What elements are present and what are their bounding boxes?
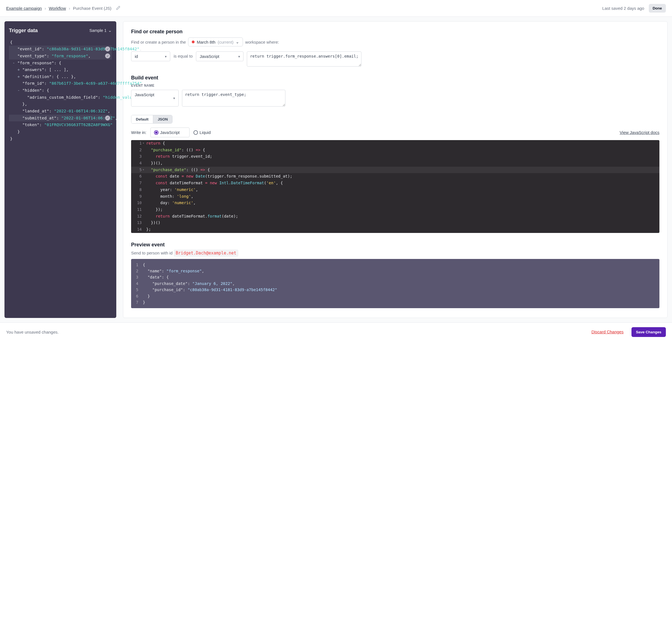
preview-line: "purchase_date": "January 6, 2022", (141, 281, 238, 287)
value-type-select-value: JavaScript (200, 54, 219, 59)
tab-default[interactable]: Default (131, 115, 153, 123)
brace: { (10, 40, 13, 44)
workspace-name: March 8th (197, 40, 216, 44)
fold-icon[interactable]: ▾ (142, 168, 144, 172)
json-line-event-id[interactable]: "event_id": "c80ab38a-9d31-4181-83d9-a7b… (9, 45, 112, 53)
json-line-event-type[interactable]: "event_type": "form_response",✓ (9, 53, 112, 60)
preview-line: "data": { (141, 274, 172, 280)
json-line: }, (9, 101, 112, 108)
json-key: "hidden" (22, 88, 42, 93)
unsaved-changes-text: You have unsaved changes. (6, 330, 59, 334)
radio-label: JavaScript (160, 130, 180, 135)
json-value: [ ... ] (49, 68, 66, 72)
json-key: "adrians_custom_hidden_field" (27, 95, 98, 100)
chevron-right-icon: › (45, 6, 46, 11)
json-key: "landed_at" (22, 109, 49, 113)
json-key: "token" (22, 122, 39, 127)
json-key: "answers" (22, 68, 44, 72)
json-line-submitted-at[interactable]: "submitted_at": "2022-01-06T14:06:32Z",✓ (9, 115, 112, 122)
event-name-label: EVENT NAME (131, 84, 659, 88)
event-name-type-value: JavaScript (135, 92, 154, 97)
chevron-down-icon: ⌄ (236, 39, 239, 44)
top-bar: Example campaign › Workflow › Purchase E… (0, 0, 672, 17)
trigger-data-panel: Trigger data Sample 1 ⌄ { "event_id": "c… (4, 21, 116, 318)
json-value: "c80ab38a-9d31-4181-83d9-a7be145f8442" (47, 47, 139, 51)
breadcrumb: Example campaign › Workflow › Purchase E… (6, 6, 120, 11)
radio-dot-icon (154, 130, 158, 135)
radio-label: Liquid (200, 130, 211, 135)
value-type-select[interactable]: JavaScript▼ (196, 51, 243, 61)
done-button[interactable]: Done (649, 4, 666, 13)
breadcrumb-current: Purchase Event (JS) (73, 6, 112, 11)
code-editor[interactable]: 1▾return { 2 "purchase_id": (() => { 3 r… (131, 140, 659, 233)
json-line[interactable]: "landed_at": "2022-01-06T14:06:32Z", (9, 108, 112, 115)
json-value: { ... } (57, 74, 74, 79)
json-line: } (9, 135, 112, 142)
last-saved-text: Last saved 2 days ago (602, 6, 644, 11)
radio-javascript[interactable]: JavaScript (150, 127, 190, 137)
json-value: "form_response" (51, 54, 88, 58)
find-create-heading: Find or create person (131, 29, 659, 35)
main-panel: Find or create person Find or create a p… (123, 21, 668, 318)
json-key: "event_id" (17, 47, 42, 51)
json-line[interactable]: "form_id": "867b61f7-3be9-4c69-a637-46d7… (9, 80, 112, 87)
json-key: "form_id" (22, 81, 44, 86)
json-key: "submitted_at" (22, 116, 57, 120)
sample-selector-label: Sample 1 (90, 27, 107, 34)
json-line[interactable]: - "hidden": { (9, 87, 112, 94)
json-key: "definition" (22, 74, 52, 79)
chevron-down-icon: ▼ (238, 55, 240, 58)
write-in-label: Write in: (131, 130, 146, 135)
json-line[interactable]: "token": "01FRQVCV36G63TT62BZA8F9WXG" (9, 121, 112, 128)
json-value: "867b61f7-3be9-4c69-a637-46d7ffffa754" (49, 81, 142, 86)
json-line[interactable]: - "form_response": { (9, 60, 112, 67)
top-right: Last saved 2 days ago Done (602, 4, 666, 13)
trigger-data-title: Trigger data (9, 26, 38, 35)
preview-line: } (141, 293, 153, 299)
preview-line: "name": "form_response", (141, 268, 207, 274)
value-code-input[interactable]: return trigger.form_response.answers[0].… (247, 51, 361, 67)
footer-bar: You have unsaved changes. Discard Change… (0, 322, 672, 341)
pencil-icon[interactable] (116, 6, 120, 11)
preview-line: { (141, 262, 148, 268)
workspace-current-label: (current) (218, 40, 234, 44)
workspace-select[interactable]: March 8th (current) ⌄ (188, 37, 243, 46)
preview-line: } (141, 299, 148, 305)
preview-event-heading: Preview event (131, 242, 659, 248)
find-lead-text: Find or create a person in the (131, 40, 186, 44)
view-tabs: Default JSON (131, 115, 173, 124)
attribute-select[interactable]: id▼ (131, 51, 170, 61)
json-value: "01FRQVCV36G63TT62BZA8F9WXG" (44, 122, 112, 127)
chevron-down-icon: ▼ (164, 55, 167, 58)
json-line: { (9, 39, 112, 46)
tab-json[interactable]: JSON (153, 115, 172, 123)
preview-line: "purchase_id": "c80ab38a-9d31-4181-83d9-… (141, 287, 281, 293)
json-line[interactable]: + "answers": [ ... ], (9, 66, 112, 73)
send-to-email: Bridget.Dach@example.net (174, 250, 238, 256)
json-key: "form_response" (17, 61, 54, 65)
send-to-lead: Send to person with id (131, 250, 174, 255)
view-docs-link[interactable]: View JavaScript docs (620, 130, 659, 135)
attribute-select-value: id (135, 54, 138, 59)
radio-liquid[interactable]: Liquid (194, 130, 211, 135)
save-changes-button[interactable]: Save Changes (632, 327, 666, 337)
json-line[interactable]: "adrians_custom_hidden_field": "hidden_v… (9, 94, 112, 101)
build-event-heading: Build event (131, 75, 659, 81)
check-circle-icon: ✓ (105, 115, 110, 120)
fold-icon[interactable]: ▾ (142, 141, 144, 145)
sample-selector[interactable]: Sample 1 ⌄ (90, 27, 112, 34)
find-tail-text: workspace where: (245, 40, 279, 44)
event-name-code-input[interactable]: return trigger.event_type; (182, 90, 286, 107)
breadcrumb-workflow[interactable]: Workflow (49, 6, 66, 11)
radio-dot-icon (194, 130, 198, 135)
event-name-type-select[interactable]: JavaScript▼ (131, 90, 179, 107)
breadcrumb-campaign[interactable]: Example campaign (6, 6, 42, 11)
check-circle-icon: ✓ (105, 54, 110, 59)
discard-changes-button[interactable]: Discard Changes (590, 329, 625, 334)
operator-text: is equal to (174, 51, 193, 59)
status-dot-icon (192, 40, 195, 43)
json-line: } (9, 128, 112, 135)
chevron-down-icon: ⌄ (108, 27, 112, 34)
chevron-down-icon: ▼ (173, 97, 176, 100)
json-line[interactable]: + "definition": { ... }, (9, 73, 112, 80)
